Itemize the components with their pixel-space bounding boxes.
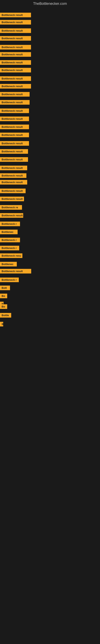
bottleneck-label: Bottleneck r xyxy=(0,246,19,250)
bottleneck-bar: Bo xyxy=(0,294,7,298)
bottleneck-label: Bottlenec xyxy=(0,262,17,266)
bottleneck-bar: Bottleneck result xyxy=(0,45,31,50)
bottleneck-bar: Bottleneck result xyxy=(0,20,31,24)
bottleneck-label: Bo xyxy=(0,304,7,309)
bottleneck-label: Bottleneck re xyxy=(0,205,22,210)
bottleneck-label: Bo xyxy=(0,294,7,298)
bottleneck-label: Bottleneck r xyxy=(0,222,20,226)
bottleneck-label: Bottleneck result xyxy=(0,28,31,33)
bottleneck-bar: Bottleneck result xyxy=(0,28,31,33)
bottleneck-bar: Bottleneck r xyxy=(0,246,19,250)
bottleneck-label: Bottleneck result xyxy=(0,173,26,178)
bottleneck-bar: Bottleneck result xyxy=(0,76,31,81)
bottleneck-bar: Bottleneck result xyxy=(0,132,29,137)
bottleneck-bar: Bottleneck result xyxy=(0,84,31,88)
bottleneck-bar: Bottleneck result xyxy=(0,60,31,65)
bottleneck-bar: Bottleneck result xyxy=(0,13,31,17)
bottleneck-bar: Bottleneck result xyxy=(0,188,26,193)
bottleneck-label: Bottleneck result xyxy=(0,166,27,170)
bottleneck-label: Bottleneck result xyxy=(0,269,31,274)
bottleneck-label: Bottleneck result xyxy=(0,52,31,57)
bottleneck-label: Bottleneck result xyxy=(0,92,30,96)
bottleneck-label: Bottleneck result xyxy=(0,141,29,146)
bottleneck-bar: Bottleneck result xyxy=(0,141,29,146)
bottleneck-bar: Bottleneck result xyxy=(0,173,26,178)
bottleneck-bar: Bottle xyxy=(0,313,11,318)
bottleneck-label: Bottleneck result xyxy=(0,213,23,218)
bottleneck-label: Bottleneck result xyxy=(0,188,26,193)
bottleneck-label: Bottleneck result xyxy=(0,100,30,105)
bottleneck-label: Bottleneck result xyxy=(0,116,29,121)
bottleneck-label: Bottleneck result xyxy=(0,84,31,88)
bottleneck-bar: Bo xyxy=(0,304,7,309)
bottleneck-label: Bottleneck result xyxy=(0,68,31,72)
bars-container: Bottleneck resultBottleneck resultBottle… xyxy=(0,8,100,642)
bottleneck-label: Bottleneck result xyxy=(0,13,31,17)
bottleneck-label: Bottleneck result xyxy=(0,157,28,162)
bottleneck-label: B xyxy=(0,322,3,326)
bottleneck-bar: Bottleneck result xyxy=(0,196,24,201)
bottleneck-bar: Bottleneck result xyxy=(0,166,27,170)
bottleneck-label: Bottleneck result xyxy=(0,60,31,65)
bottleneck-bar: Bottlenec xyxy=(0,230,18,234)
bottleneck-label: Bottleneck r xyxy=(0,278,19,282)
bottleneck-label: Bottleneck result xyxy=(0,180,27,184)
bottleneck-bar: Bottleneck r xyxy=(0,238,20,242)
bottleneck-bar: Bottleneck result xyxy=(0,180,27,184)
bottleneck-bar: Bottleneck result xyxy=(0,52,31,57)
bottleneck-bar: Bottleneck result xyxy=(0,36,31,41)
bottleneck-bar: B xyxy=(0,322,3,326)
bottleneck-label: Bott xyxy=(0,286,10,290)
bottleneck-label: Bottleneck result xyxy=(0,36,31,41)
bottleneck-bar: Bottleneck r xyxy=(0,278,19,282)
bottleneck-label: Bottleneck result xyxy=(0,196,24,201)
bottleneck-label: Bottleneck result xyxy=(0,132,29,137)
bottleneck-bar: Bottleneck result xyxy=(0,124,29,129)
bottleneck-bar: Bottleneck result xyxy=(0,100,30,105)
bottleneck-bar: Bottleneck result xyxy=(0,269,31,274)
bottleneck-label: Bottleneck r xyxy=(0,238,20,242)
bottleneck-label: Bottleneck resu xyxy=(0,253,22,258)
bottleneck-bar: Bottleneck result xyxy=(0,149,28,154)
bottleneck-label: Bottleneck result xyxy=(0,124,29,129)
bottleneck-bar: Bottleneck r xyxy=(0,222,20,226)
bottleneck-label: Bottle xyxy=(0,313,11,318)
bottleneck-bar: Bottlenec xyxy=(0,262,17,266)
bottleneck-bar: Bottleneck result xyxy=(0,116,29,121)
bottleneck-bar: Bottleneck resu xyxy=(0,253,22,258)
bottleneck-label: Bottlenec xyxy=(0,230,18,234)
bottleneck-label: Bottleneck result xyxy=(0,108,29,113)
bottleneck-label: Bottleneck result xyxy=(0,45,31,50)
bottleneck-bar: Bottleneck re xyxy=(0,205,22,210)
bottleneck-bar: Bottleneck result xyxy=(0,92,30,96)
bottleneck-label: Bottleneck result xyxy=(0,76,31,81)
bottleneck-bar: Bottleneck result xyxy=(0,108,29,113)
site-title: TheBottlenecker.com xyxy=(0,0,100,8)
bottleneck-bar: Bottleneck result xyxy=(0,157,28,162)
bottleneck-label: Bottleneck result xyxy=(0,20,31,24)
bottleneck-bar: Bottleneck result xyxy=(0,68,31,72)
bottleneck-bar: Bottleneck result xyxy=(0,213,23,218)
bottleneck-bar: Bott xyxy=(0,286,10,290)
bottleneck-label: Bottleneck result xyxy=(0,149,28,154)
